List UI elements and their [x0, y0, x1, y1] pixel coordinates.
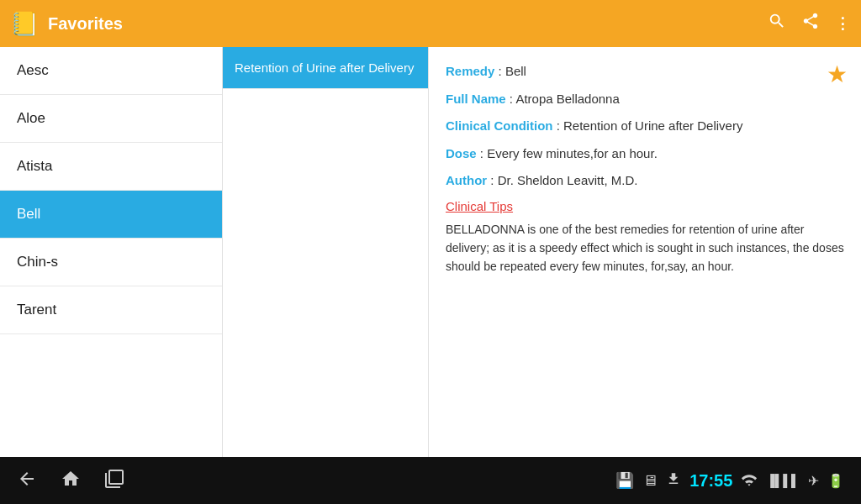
sidebar-item-aloe[interactable]: Aloe	[0, 95, 222, 143]
search-icon[interactable]	[768, 12, 786, 35]
app-bar-actions: ⋮	[768, 12, 851, 35]
battery-icon: 🔋	[827, 473, 844, 489]
sidebar-item-bell[interactable]: Bell	[0, 191, 222, 239]
screen-icon: 🖥	[642, 472, 658, 490]
clinical-condition-colon: :	[557, 118, 563, 133]
dose-label: Dose	[446, 146, 477, 160]
sidebar: Aesc Aloe Atista Bell Chin-s Tarent	[0, 47, 223, 457]
full-name-row: Full Name : Atropa Belladonna	[446, 90, 844, 109]
home-icon[interactable]	[61, 469, 81, 493]
nav-buttons	[17, 469, 124, 493]
status-right: 💾 🖥 17:55 ▐▌▌▌ ✈ 🔋	[615, 471, 844, 491]
clinical-condition-row: Clinical Condition : Retention of Urine …	[446, 117, 844, 136]
remedy-label: Remedy	[446, 64, 494, 78]
airplane-icon: ✈	[808, 473, 819, 489]
sidebar-item-aesc[interactable]: Aesc	[0, 47, 222, 95]
sidebar-item-atista[interactable]: Atista	[0, 143, 222, 191]
clinical-condition-value: Retention of Urine after Delivery	[563, 118, 742, 133]
status-time: 17:55	[689, 471, 732, 491]
signal-icon: ▐▌▌▌	[766, 474, 800, 487]
detail-panel: ★ Remedy : Bell Full Name : Atropa Bella…	[429, 47, 861, 457]
author-colon: :	[490, 173, 497, 187]
share-icon[interactable]	[801, 12, 820, 35]
dose-colon: :	[480, 146, 487, 160]
more-options-icon[interactable]: ⋮	[835, 14, 851, 33]
download-icon	[666, 471, 681, 490]
remedy-colon: :	[499, 64, 505, 78]
full-name-value: Atropa Belladonna	[515, 92, 619, 106]
middle-panel: Retention of Urine after Delivery	[223, 47, 429, 457]
back-icon[interactable]	[17, 469, 37, 493]
main-content: Aesc Aloe Atista Bell Chin-s Tarent Rete…	[0, 47, 861, 457]
sidebar-item-tarent[interactable]: Tarent	[0, 286, 222, 334]
app-logo-icon: 📒	[10, 10, 40, 38]
clinical-condition-label: Clinical Condition	[446, 118, 553, 133]
wifi-icon	[741, 473, 758, 489]
remedy-value: Bell	[505, 64, 526, 78]
recents-icon[interactable]	[104, 469, 124, 493]
author-label: Author	[446, 173, 487, 187]
status-bar: 💾 🖥 17:55 ▐▌▌▌ ✈ 🔋	[0, 457, 861, 504]
remedy-row: Remedy : Bell	[446, 62, 844, 81]
sidebar-item-chin-s[interactable]: Chin-s	[0, 239, 222, 286]
dose-row: Dose : Every few minutes,for an hour.	[446, 144, 844, 164]
author-value: Dr. Sheldon Leavitt, M.D.	[498, 173, 638, 187]
dose-value: Every few minutes,for an hour.	[487, 146, 658, 160]
favorite-star-button[interactable]: ★	[827, 60, 848, 88]
clinical-tips-text: BELLADONNA is one of the best remedies f…	[446, 220, 844, 276]
app-title: Favorites	[48, 14, 768, 34]
app-bar: 📒 Favorites ⋮	[0, 0, 861, 47]
author-row: Author : Dr. Sheldon Leavitt, M.D.	[446, 171, 844, 191]
full-name-label: Full Name	[446, 92, 506, 106]
clinical-tips-title: Clinical Tips	[446, 199, 844, 213]
middle-item-retention[interactable]: Retention of Urine after Delivery	[223, 47, 428, 89]
storage-icon: 💾	[615, 471, 634, 490]
